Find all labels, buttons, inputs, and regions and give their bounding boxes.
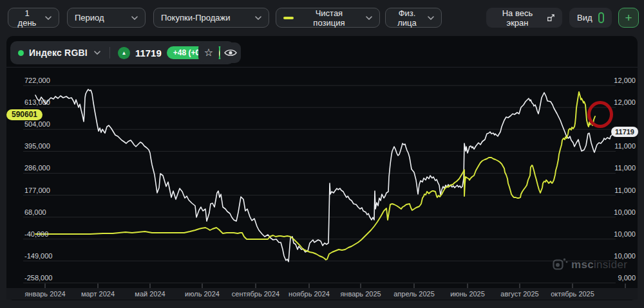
chart-plot-area[interactable] <box>0 0 644 308</box>
series-line-rgbi <box>35 89 613 262</box>
net-position-value-badge: 590601 <box>6 109 43 120</box>
left-axis-label: 286,000 <box>24 164 50 172</box>
x-axis-label: январь 2025 <box>332 290 390 298</box>
left-axis-label: -258,000 <box>24 274 52 282</box>
left-axis-label: 68,000 <box>24 208 46 216</box>
x-axis-label: январь 2024 <box>16 290 74 298</box>
left-axis-label: 613,000 <box>24 98 50 106</box>
annotation-circle <box>587 101 613 128</box>
left-axis-label: -149,000 <box>24 252 52 260</box>
right-axis-label: 11,000 <box>614 186 636 194</box>
left-axis-label: 177,000 <box>24 186 50 194</box>
left-axis-label: 504,000 <box>24 120 50 128</box>
x-axis-label: сентябрь 2024 <box>227 290 285 298</box>
x-axis-label: ноябрь 2024 <box>280 290 338 298</box>
series-line-net_position <box>35 92 595 260</box>
right-axis-label: 10,000 <box>614 208 636 216</box>
left-axis-label: 395,000 <box>24 142 50 150</box>
x-axis-label: март 2024 <box>69 290 127 298</box>
app-root: 1 день Период Покупки-Продажи Чистая поз… <box>0 0 644 308</box>
x-axis-label: июль 2024 <box>173 290 231 298</box>
x-axis-label: апрель 2025 <box>385 290 443 298</box>
right-axis-label: 11,000 <box>614 164 636 172</box>
x-axis-label: август 2025 <box>491 290 549 298</box>
x-axis-label: октябрь 2025 <box>544 290 601 298</box>
right-axis-label: 12,000 <box>614 77 636 84</box>
x-axis-label: июнь 2025 <box>439 290 497 298</box>
index-last-value-badge: 11719 <box>611 127 638 137</box>
right-axis-label: 10,000 <box>614 252 636 260</box>
left-axis-label: -40,000 <box>24 230 48 238</box>
left-axis-label: 722,000 <box>24 77 50 84</box>
x-axis-label: май 2024 <box>121 290 179 298</box>
right-axis-label: 12,000 <box>614 98 636 106</box>
right-axis-label: 9,000 <box>618 274 636 282</box>
right-axis-label: 10,000 <box>614 230 636 238</box>
right-axis-label: 11,000 <box>614 142 636 150</box>
